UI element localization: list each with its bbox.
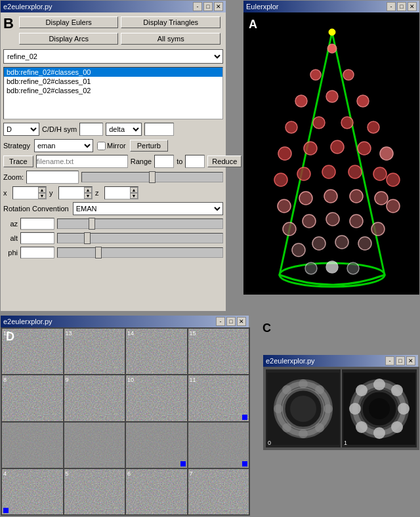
- alt-slider[interactable]: [57, 233, 223, 243]
- rotation-convention-row: Rotation Convention EMAN: [1, 201, 226, 217]
- grid-cell-8[interactable]: 8: [2, 375, 63, 421]
- bottom-left-maximize-btn[interactable]: □: [226, 317, 236, 326]
- y-spin-down[interactable]: ▼: [84, 193, 92, 199]
- x-spin-up[interactable]: ▲: [38, 187, 46, 193]
- svg-point-26: [324, 190, 337, 203]
- grid-cell-4[interactable]: 4: [2, 469, 63, 514]
- mirror-checkbox-label[interactable]: Mirror: [97, 142, 126, 150]
- ring-svg-0: [267, 373, 339, 445]
- bottom-right-close-btn[interactable]: ✕: [406, 356, 415, 365]
- z-spin-down[interactable]: ▼: [130, 193, 138, 199]
- ring-image-0[interactable]: 0: [266, 369, 341, 447]
- y-spin-up[interactable]: ▲: [84, 187, 92, 193]
- svg-point-6: [295, 95, 307, 107]
- grid-cell-5[interactable]: 5: [64, 469, 125, 514]
- list-item-0[interactable]: bdb:refine_02#classes_00: [4, 68, 222, 77]
- svg-point-8: [357, 95, 369, 107]
- grid-cell-r3-3[interactable]: [188, 423, 249, 468]
- svg-point-21: [348, 165, 362, 178]
- svg-point-16: [358, 142, 371, 155]
- az-slider[interactable]: [57, 218, 223, 229]
- grid-cell-r3-0[interactable]: [2, 423, 63, 468]
- btn-row-top: Display Eulers Display Triangles: [16, 15, 223, 30]
- svg-point-58: [373, 379, 385, 390]
- svg-point-64: [349, 403, 361, 415]
- cdh-value-input[interactable]: 7: [79, 123, 103, 136]
- svg-point-49: [324, 404, 333, 413]
- display-eulers-button[interactable]: Display Eulers: [19, 16, 119, 28]
- display-arcs-button[interactable]: Display Arcs: [19, 33, 119, 45]
- list-item-2[interactable]: bdb:refine_02#classes_02: [4, 86, 222, 95]
- blue-sq-r3-2: [180, 461, 186, 466]
- svg-point-36: [312, 237, 326, 250]
- svg-point-65: [356, 384, 368, 396]
- grid-cell-13[interactable]: 13: [64, 329, 125, 374]
- phi-label: phi: [3, 249, 18, 257]
- grid-cell-7[interactable]: 7: [188, 469, 249, 514]
- euler-panel: Eulerxplor - □ ✕ A: [243, 0, 420, 295]
- euler-close-btn[interactable]: ✕: [408, 2, 417, 11]
- zoom-input[interactable]: 0.9090909: [26, 171, 79, 184]
- svg-point-34: [371, 222, 385, 236]
- filename-input[interactable]: [36, 155, 128, 168]
- bottom-right-title: e2eulerxplor.py: [266, 357, 315, 365]
- svg-point-2: [327, 44, 337, 53]
- list-item-1[interactable]: bdb:refine_02#classes_01: [4, 77, 222, 86]
- cell-num-8: 8: [3, 377, 7, 383]
- grid-cell-9[interactable]: 9: [64, 375, 125, 421]
- range-from-input[interactable]: 1: [154, 155, 174, 168]
- main-panel: e2eulerxplor.py - □ ✕ B Display Eulers D…: [0, 0, 226, 312]
- euler-maximize-btn[interactable]: □: [397, 2, 406, 11]
- range-to-label: to: [177, 157, 182, 165]
- grid-cell-6[interactable]: 6: [126, 469, 187, 514]
- svg-point-9: [285, 121, 297, 133]
- delta-value-input[interactable]: 5.0: [144, 123, 174, 136]
- main-maximize-btn[interactable]: □: [203, 2, 213, 11]
- phi-slider[interactable]: [57, 247, 223, 258]
- zoom-label: Zoom:: [3, 173, 24, 181]
- grid-cell-r3-2[interactable]: [126, 423, 187, 468]
- bottom-left-close-btn[interactable]: ✕: [237, 317, 246, 326]
- bottom-right-minimize-btn[interactable]: -: [385, 356, 394, 365]
- alt-input[interactable]: 31.7252: [20, 232, 54, 244]
- x-spin-down[interactable]: ▼: [38, 193, 46, 199]
- phi-input[interactable]: 179.775: [20, 247, 54, 258]
- trace-row: Trace Range 1 to 1 Reduce: [1, 154, 226, 169]
- svg-point-14: [304, 142, 317, 155]
- svg-point-51: [299, 429, 308, 438]
- grid-cell-r3-1[interactable]: [64, 423, 125, 468]
- svg-point-18: [274, 173, 287, 186]
- main-titlebar: e2eulerxplor.py - □ ✕: [1, 1, 226, 12]
- perturb-button[interactable]: Perturb: [130, 140, 168, 152]
- grid-cell-15[interactable]: 15: [188, 329, 249, 374]
- cell-num-5: 5: [66, 470, 69, 477]
- bottom-right-maximize-btn[interactable]: □: [396, 356, 405, 365]
- z-spin-up[interactable]: ▲: [130, 187, 138, 193]
- svg-point-24: [278, 199, 291, 213]
- svg-point-29: [387, 199, 400, 213]
- trace-button[interactable]: Trace: [3, 155, 33, 167]
- mirror-checkbox[interactable]: [97, 142, 106, 150]
- svg-point-25: [299, 192, 312, 205]
- rotation-convention-select[interactable]: EMAN: [73, 202, 223, 215]
- az-input[interactable]: 168.744: [20, 218, 54, 230]
- panel-b-label: B: [3, 15, 14, 32]
- grid-cell-12[interactable]: 12: [2, 329, 63, 374]
- all-syms-button[interactable]: All syms: [121, 33, 220, 45]
- delta-select[interactable]: delta: [106, 123, 142, 136]
- main-close-btn[interactable]: ✕: [214, 2, 223, 11]
- grid-cell-10[interactable]: 10: [126, 375, 187, 421]
- ring-image-1[interactable]: 1: [342, 369, 417, 447]
- main-minimize-btn[interactable]: -: [193, 2, 202, 11]
- sym-select[interactable]: D: [3, 123, 39, 136]
- grid-cell-14[interactable]: 14: [126, 329, 187, 374]
- euler-minimize-btn[interactable]: -: [387, 2, 396, 11]
- display-triangles-button[interactable]: Display Triangles: [121, 16, 220, 28]
- zoom-slider[interactable]: [81, 172, 223, 182]
- refine-dropdown[interactable]: refine_02: [3, 49, 223, 64]
- reduce-button[interactable]: Reduce: [207, 155, 242, 167]
- range-to-input[interactable]: 1: [185, 155, 205, 168]
- strategy-select[interactable]: eman: [34, 139, 93, 152]
- bottom-left-minimize-btn[interactable]: -: [216, 317, 225, 326]
- grid-cell-11[interactable]: 11: [188, 375, 249, 421]
